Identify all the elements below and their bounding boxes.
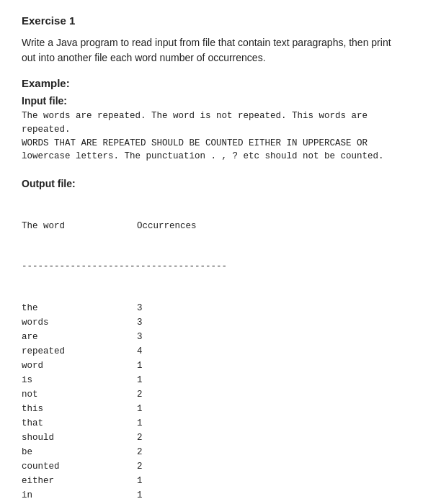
count-cell: 2	[137, 431, 209, 445]
count-cell: 3	[137, 330, 209, 344]
table-row: the3	[22, 301, 401, 315]
word-cell: counted	[22, 459, 137, 474]
word-cell: words	[22, 315, 137, 330]
table-row: words3	[22, 315, 401, 330]
output-file-header: Output file:	[22, 178, 401, 189]
output-table-rows: the3words3are3repeated4word1is1not2this1…	[22, 301, 401, 504]
word-cell: is	[22, 373, 137, 387]
col-word-header: The word	[22, 220, 137, 233]
table-row: in1	[22, 488, 401, 503]
table-row: are3	[22, 330, 401, 344]
exercise-description: Write a Java program to read input from …	[22, 35, 401, 66]
word-cell: the	[22, 301, 137, 315]
word-cell: either	[22, 474, 137, 488]
count-cell: 1	[137, 373, 209, 387]
table-row: should2	[22, 431, 401, 445]
count-cell: 2	[137, 445, 209, 459]
table-row: either1	[22, 474, 401, 488]
table-row: this1	[22, 402, 401, 416]
col-occurrences-header: Occurrences	[137, 220, 209, 233]
word-cell: be	[22, 445, 137, 459]
table-row: that1	[22, 416, 401, 431]
count-cell: 4	[137, 344, 209, 359]
output-table: The word Occurrences -------------------…	[22, 192, 401, 504]
exercise-container: Exercise 1 Write a Java program to read …	[22, 14, 401, 504]
table-row: not2	[22, 387, 401, 402]
count-cell: 3	[137, 315, 209, 330]
word-cell: word	[22, 359, 137, 373]
word-cell: this	[22, 402, 137, 416]
count-cell: 1	[137, 402, 209, 416]
count-cell: 2	[137, 459, 209, 474]
exercise-title: Exercise 1	[22, 14, 401, 27]
count-cell: 2	[137, 387, 209, 402]
table-row: counted2	[22, 459, 401, 474]
output-table-header: The word Occurrences	[22, 220, 401, 233]
input-file-header: Input file:	[22, 95, 401, 107]
word-cell: repeated	[22, 344, 137, 359]
table-row: be2	[22, 445, 401, 459]
table-row: repeated4	[22, 344, 401, 359]
word-cell: are	[22, 330, 137, 344]
word-cell: in	[22, 488, 137, 503]
table-divider: --------------------------------------	[22, 260, 401, 274]
count-cell: 3	[137, 301, 209, 315]
word-cell: should	[22, 431, 137, 445]
table-row: is1	[22, 373, 401, 387]
count-cell: 1	[137, 359, 209, 373]
table-row: word1	[22, 359, 401, 373]
input-file-content: The words are repeated. The word is not …	[22, 109, 401, 163]
word-cell: not	[22, 387, 137, 402]
example-header: Example:	[22, 77, 401, 89]
count-cell: 1	[137, 488, 209, 503]
output-file-section: Output file: The word Occurrences ------…	[22, 178, 401, 504]
word-cell: that	[22, 416, 137, 431]
count-cell: 1	[137, 474, 209, 488]
count-cell: 1	[137, 416, 209, 431]
